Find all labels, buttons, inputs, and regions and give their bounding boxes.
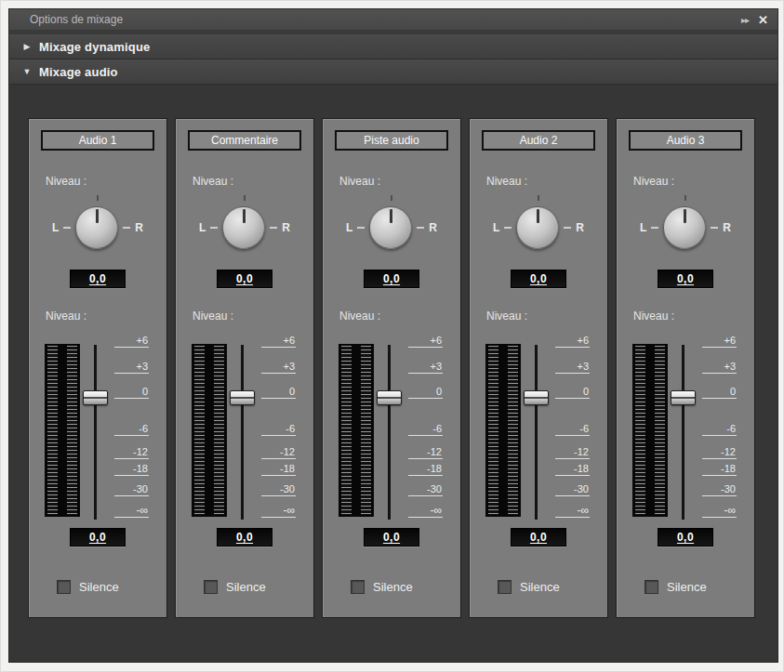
pan-section-label: Niveau : (339, 175, 380, 188)
pan-knob[interactable] (222, 206, 265, 249)
silence-label: Silence (520, 580, 560, 594)
level-section-label: Niveau : (486, 310, 527, 323)
scale-tick: -30 (408, 483, 443, 496)
knob-center-tick (684, 195, 686, 201)
section-mixage-audio[interactable]: ▼ Mixage audio (9, 59, 777, 85)
track-name: Audio 3 (667, 134, 705, 147)
track-name-box: Audio 1 (41, 130, 154, 151)
fader-handle[interactable] (524, 390, 549, 405)
channel-strip: Audio 3 Niveau : L R 0,0 Niveau : +6 +3 … (616, 118, 755, 618)
scale-tick: -6 (555, 423, 590, 436)
mute-row: Silence (57, 580, 119, 594)
fader-area: +6 +3 0 -6 -12 -18 -30 -∞ (176, 333, 313, 530)
scale-tick: -18 (261, 463, 296, 476)
knob-pointer (390, 209, 392, 223)
pan-section-label: Niveau : (633, 175, 674, 188)
mute-row: Silence (204, 580, 266, 594)
scale-tick: -6 (261, 423, 296, 436)
silence-checkbox[interactable] (498, 580, 512, 594)
pan-right-dash (123, 227, 130, 229)
channel-strip: Audio 1 Niveau : L R 0,0 Niveau : +6 +3 … (28, 118, 167, 618)
level-value-text: 0,0 (89, 531, 106, 544)
level-section-label: Niveau : (339, 310, 380, 323)
pan-value-text: 0,0 (236, 272, 253, 285)
pan-right-label: R (135, 221, 143, 234)
level-value-field[interactable]: 0,0 (511, 528, 566, 547)
level-value-field[interactable]: 0,0 (70, 528, 126, 547)
scale-tick: -18 (408, 463, 443, 476)
vu-meter (339, 344, 374, 517)
scale-tick: +3 (114, 361, 149, 374)
silence-checkbox[interactable] (57, 580, 71, 594)
panel-menu-icon[interactable]: ▸▸ (741, 15, 749, 25)
level-value-field[interactable]: 0,0 (217, 528, 272, 547)
level-value-text: 0,0 (677, 531, 694, 544)
channel-strips-container: Audio 1 Niveau : L R 0,0 Niveau : +6 +3 … (28, 118, 777, 618)
fader-track[interactable] (94, 345, 97, 520)
vu-meter (485, 344, 521, 517)
level-value-field[interactable]: 0,0 (364, 528, 419, 547)
scale-tick: -6 (702, 423, 737, 436)
pan-value-field[interactable]: 0,0 (364, 270, 419, 288)
track-name-box: Piste audio (335, 130, 448, 151)
fader-track[interactable] (535, 345, 538, 520)
vu-meter (632, 344, 668, 517)
desktop-background: Options de mixage ▸▸ ✕ ▶ Mixage dynamiqu… (0, 0, 784, 672)
mute-row: Silence (498, 580, 560, 594)
pan-section-label: Niveau : (46, 175, 86, 188)
knob-center-tick (97, 195, 99, 201)
pan-section-label: Niveau : (486, 175, 527, 188)
scale-tick: 0 (702, 386, 737, 399)
close-icon[interactable]: ✕ (758, 14, 768, 26)
silence-label: Silence (667, 580, 707, 594)
silence-checkbox[interactable] (204, 580, 218, 594)
pan-knob[interactable] (516, 206, 559, 249)
pan-left-label: L (52, 221, 59, 234)
scale-tick: +3 (702, 361, 737, 374)
pan-knob[interactable] (369, 206, 412, 249)
knob-center-tick (538, 195, 539, 201)
silence-label: Silence (79, 580, 119, 594)
pan-left-dash (504, 227, 512, 229)
pan-value-field[interactable]: 0,0 (217, 270, 272, 288)
scale-tick: -30 (261, 483, 296, 496)
knob-center-tick (244, 195, 246, 201)
pan-value-field[interactable]: 0,0 (658, 270, 713, 288)
pan-value-field[interactable]: 0,0 (70, 270, 126, 288)
fader-area: +6 +3 0 -6 -12 -18 -30 -∞ (323, 333, 460, 530)
fader-track[interactable] (682, 345, 684, 520)
fader-handle[interactable] (671, 390, 696, 405)
pan-right-dash (270, 227, 277, 229)
knob-pointer (537, 209, 539, 223)
pan-knob[interactable] (75, 206, 118, 249)
pan-right-label: R (723, 221, 731, 234)
vu-meter (45, 344, 80, 517)
chevron-right-icon: ▶ (22, 42, 32, 51)
scale-tick: -18 (114, 463, 149, 476)
silence-checkbox[interactable] (644, 580, 658, 594)
level-value-field[interactable]: 0,0 (658, 528, 713, 547)
scale-tick: -∞ (261, 505, 296, 518)
fader-track[interactable] (241, 345, 244, 520)
track-name-box: Commentaire (188, 130, 301, 151)
pan-value-field[interactable]: 0,0 (511, 270, 566, 288)
pan-value-text: 0,0 (530, 272, 547, 285)
fader-handle[interactable] (83, 390, 108, 405)
knob-pointer (243, 209, 246, 223)
fader-handle[interactable] (377, 390, 402, 405)
scale-tick: -6 (114, 423, 149, 436)
fader-handle[interactable] (230, 390, 255, 405)
fader-area: +6 +3 0 -6 -12 -18 -30 -∞ (29, 333, 166, 530)
track-name-box: Audio 3 (629, 130, 742, 151)
section-mixage-dynamique[interactable]: ▶ Mixage dynamique (9, 34, 777, 59)
pan-right-dash (711, 227, 718, 229)
silence-checkbox[interactable] (351, 580, 365, 594)
pan-left-label: L (493, 221, 499, 234)
track-name: Piste audio (364, 134, 419, 147)
knob-pointer (96, 209, 99, 223)
pan-knob[interactable] (663, 206, 706, 249)
fader-track[interactable] (388, 345, 391, 520)
pan-control-row: L R (176, 203, 313, 253)
scale-tick: -18 (702, 463, 737, 476)
scale-tick: +3 (555, 361, 590, 374)
